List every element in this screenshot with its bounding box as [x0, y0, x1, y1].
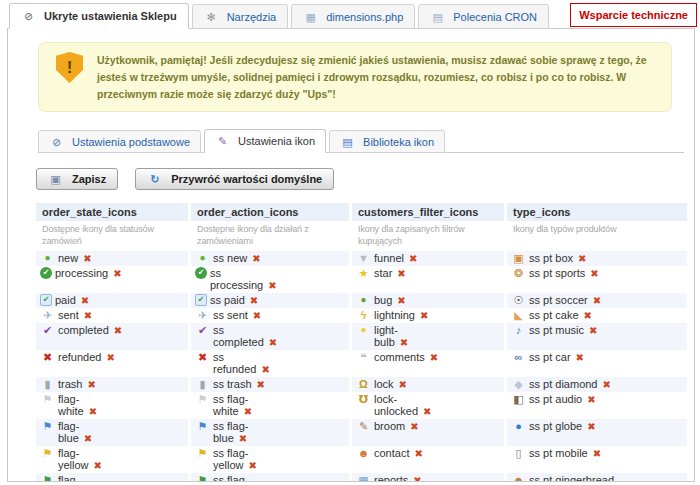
delete-icon[interactable]: ✖: [84, 310, 92, 321]
icon-label: ss paid: [210, 294, 245, 306]
delete-icon[interactable]: ✖: [261, 364, 269, 375]
icon-row: ●bug✖: [352, 293, 504, 308]
delete-icon[interactable]: ✖: [397, 295, 405, 306]
delete-icon[interactable]: ✖: [593, 295, 601, 306]
warning-box: ! Użytkownik, pamiętaj! Jeśli zdecydujes…: [38, 42, 672, 112]
delete-icon[interactable]: ✖: [430, 352, 438, 363]
icon-row: ★star✖: [352, 266, 504, 293]
save-button[interactable]: ▣ Zapisz: [36, 168, 118, 190]
refunded-icon: ✖: [195, 351, 210, 363]
delete-icon[interactable]: ✖: [602, 379, 610, 390]
sent-icon: ✈: [195, 309, 210, 321]
delete-icon[interactable]: ✖: [249, 460, 257, 471]
icon-row: ❂ss pt sports✖: [507, 266, 687, 293]
icon-label: reports: [374, 474, 408, 482]
tab-polecenia-cron[interactable]: ▤Polecenia CRON: [418, 4, 549, 29]
delete-icon[interactable]: ✖: [410, 421, 418, 432]
icon-row: ●light-bulb✖: [352, 323, 504, 350]
icon-row-content: ss pt soccer✖: [529, 294, 633, 307]
delete-icon[interactable]: ✖: [409, 253, 417, 264]
tab-label: Biblioteka ikon: [363, 136, 434, 148]
icon-row: ⚑ss flag-green✖: [191, 473, 349, 482]
delete-icon[interactable]: ✖: [587, 421, 595, 432]
delete-icon[interactable]: ✖: [253, 310, 261, 321]
delete-icon[interactable]: ✖: [113, 268, 121, 279]
delete-icon[interactable]: ✖: [589, 325, 597, 336]
delete-icon[interactable]: ✖: [400, 337, 408, 348]
delete-icon[interactable]: ✖: [252, 253, 260, 264]
icon-row: ⚑flag-yellow✖: [36, 446, 188, 473]
icon-label: ss pt mobile: [529, 447, 588, 459]
tab-biblioteka-ikon[interactable]: ▤Biblioteka ikon: [329, 130, 445, 153]
gingerbread-man-icon: ☻: [511, 474, 526, 482]
delete-icon[interactable]: ✖: [244, 406, 252, 417]
icon-row: ⚑ss flag-white✖: [191, 392, 349, 419]
restore-defaults-button[interactable]: ↻ Przywróć wartości domyślne: [135, 168, 334, 190]
icon-row-content: lock✖: [374, 378, 431, 391]
delete-icon[interactable]: ✖: [420, 310, 428, 321]
icon-row-content: funnel✖: [374, 252, 431, 265]
tab-label: Polecenia CRON: [453, 11, 537, 23]
icon-label: ss pt diamond: [529, 378, 597, 390]
icon-label: ss pt soccer: [529, 294, 588, 306]
icon-label: lock-unlocked: [374, 393, 418, 417]
delete-icon[interactable]: ✖: [590, 268, 598, 279]
icon-row-content: ss processing✖: [210, 267, 268, 292]
delete-icon[interactable]: ✖: [84, 433, 92, 444]
icon-label: paid: [55, 294, 76, 306]
delete-icon[interactable]: ✖: [106, 352, 114, 363]
delete-icon[interactable]: ✖: [584, 310, 592, 321]
icon-row-content: ss paid✖: [210, 294, 268, 307]
lightning-icon: ϟ: [356, 309, 371, 321]
delete-icon[interactable]: ✖: [94, 460, 102, 471]
icon-row: ⚑flag-green✖: [36, 473, 188, 482]
delete-icon[interactable]: ✖: [397, 268, 405, 279]
icon-row: ⚑ss flag-yellow✖: [191, 446, 349, 473]
icon-row: ✔completed✖: [36, 323, 188, 350]
delete-icon[interactable]: ✖: [578, 253, 586, 264]
delete-icon[interactable]: ✖: [587, 394, 595, 405]
icon-row: ▯ss pt mobile✖: [507, 446, 687, 473]
delete-icon[interactable]: ✖: [423, 406, 431, 417]
delete-icon[interactable]: ✖: [81, 295, 89, 306]
icon-label: ss trash: [213, 378, 252, 390]
delete-icon[interactable]: ✖: [399, 379, 407, 390]
tab-label: Ustawienia podstawowe: [72, 136, 190, 148]
icon-label: flag-white: [58, 393, 84, 417]
icon-row: ✈sent✖: [36, 308, 188, 323]
delete-icon[interactable]: ✖: [250, 295, 258, 306]
icon-row-content: completed✖: [58, 324, 113, 337]
flag-yellow-icon: ⚑: [195, 447, 210, 459]
delete-icon[interactable]: ✖: [414, 448, 422, 459]
delete-icon[interactable]: ✖: [87, 379, 95, 390]
icon-row-content: refunded✖: [58, 351, 113, 364]
delete-icon[interactable]: ✖: [413, 475, 421, 482]
icon-row: ●new✖: [36, 251, 188, 266]
tab-dimensions.php[interactable]: ▦dimensions.php: [291, 4, 415, 29]
delete-icon[interactable]: ✖: [576, 352, 584, 363]
icon-row: ▣ss pt box✖: [507, 251, 687, 266]
delete-icon[interactable]: ✖: [268, 280, 276, 291]
column-subtitle: Ikony dla typów produktów: [507, 221, 687, 251]
icon-label: funnel: [374, 252, 404, 264]
delete-icon[interactable]: ✖: [239, 433, 247, 444]
delete-icon[interactable]: ✖: [269, 337, 277, 348]
delete-icon[interactable]: ✖: [114, 325, 122, 336]
icon-row-content: flag-blue✖: [58, 420, 113, 445]
flag-blue-icon: ⚑: [40, 420, 55, 432]
delete-icon[interactable]: ✖: [593, 448, 601, 459]
tab-ustawienia-ikon[interactable]: ✎Ustawienia ikon: [204, 129, 326, 153]
delete-icon[interactable]: ✖: [83, 253, 91, 264]
icon-label: comments: [374, 351, 425, 363]
tab-narzędzia[interactable]: ✻Narzędzia: [192, 4, 289, 29]
icon-row-content: flag-green✖: [58, 474, 113, 482]
icon-row: Ωlock✖: [352, 377, 504, 392]
completed-icon: ✔: [195, 324, 210, 336]
support-badge[interactable]: Wsparcie techniczne: [570, 3, 697, 27]
tab-ustawienia-podstawowe[interactable]: ⊘Ustawienia podstawowe: [38, 130, 201, 153]
delete-icon[interactable]: ✖: [89, 406, 97, 417]
delete-icon[interactable]: ✖: [257, 379, 265, 390]
lock-unlocked-icon: ℧: [356, 393, 371, 405]
tab-ukryte-ustawienia-sklepu[interactable]: ⊘Ukryte ustawienia Sklepu: [9, 3, 189, 29]
icon-label: ss pt gingerbread-man: [529, 474, 618, 482]
